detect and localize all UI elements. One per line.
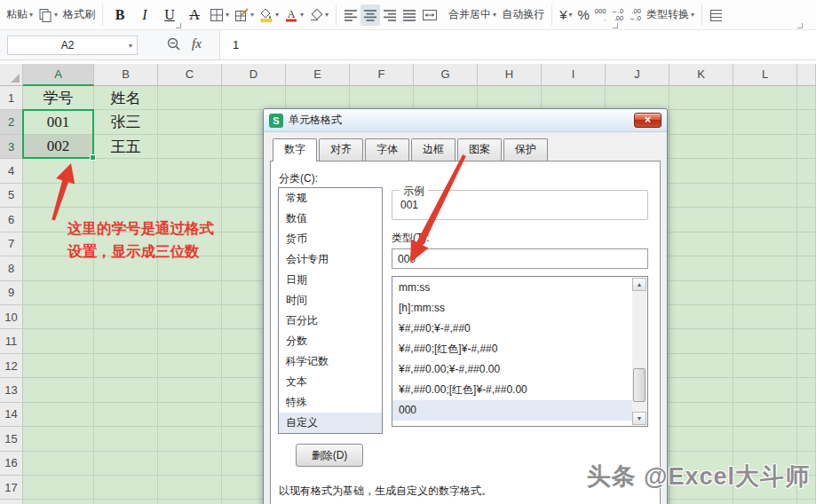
cell-C15[interactable] — [158, 427, 222, 451]
cell-partial[interactable] — [797, 159, 816, 183]
category-item-货币[interactable]: 货币 — [279, 229, 382, 249]
cell-B4[interactable] — [94, 159, 158, 183]
row-header-11[interactable]: 11 — [0, 329, 23, 353]
cell-B2[interactable]: 张三 — [94, 110, 158, 134]
cell-K4[interactable] — [669, 159, 733, 183]
cell-partial[interactable] — [797, 135, 816, 159]
cell-L11[interactable] — [733, 329, 797, 353]
group-dialog-launcher[interactable] — [613, 23, 618, 28]
font-color-button[interactable]: A ▾ — [281, 4, 306, 26]
cell-A12[interactable] — [23, 354, 94, 378]
cell-K1[interactable] — [669, 86, 733, 110]
cell-J1[interactable] — [606, 86, 669, 110]
cell-L5[interactable] — [733, 184, 797, 208]
cell-L10[interactable] — [733, 305, 797, 329]
scrollbar-thumb[interactable] — [633, 368, 646, 402]
column-header-H[interactable]: H — [478, 64, 542, 86]
thousands-separator-button[interactable]: 000, — [592, 4, 609, 26]
select-all-corner[interactable] — [0, 64, 23, 86]
column-header-J[interactable]: J — [606, 64, 669, 86]
tab-pattern[interactable]: 图案 — [457, 138, 502, 161]
row-header-1[interactable]: 1 — [0, 86, 23, 110]
formula-input[interactable]: 1 — [219, 30, 816, 59]
cell-K12[interactable] — [669, 354, 733, 378]
category-item-特殊[interactable]: 特殊 — [279, 392, 382, 413]
cell-partial[interactable] — [797, 256, 816, 280]
cell-A16[interactable] — [23, 452, 94, 476]
fill-handle[interactable] — [90, 154, 96, 161]
cell-D1[interactable] — [222, 86, 286, 110]
borders-button[interactable]: ▾ — [207, 4, 232, 26]
cell-partial[interactable] — [797, 184, 816, 208]
cell-K5[interactable] — [669, 184, 733, 208]
insert-function-icon[interactable]: fx — [192, 36, 202, 51]
format-painter-button[interactable]: 格式刷 — [60, 4, 98, 26]
cell-partial[interactable] — [797, 500, 816, 504]
tab-number[interactable]: 数字 — [273, 138, 317, 161]
cell-C9[interactable] — [158, 281, 222, 305]
cell-B18[interactable] — [94, 500, 158, 504]
delete-button[interactable]: 删除(D) — [296, 444, 363, 467]
column-header-partial[interactable] — [797, 64, 816, 86]
cell-K6[interactable] — [669, 208, 733, 232]
row-header-10[interactable]: 10 — [0, 305, 23, 329]
indent-button[interactable] — [419, 4, 440, 26]
category-item-百分比[interactable]: 百分比 — [279, 311, 382, 331]
cell-partial[interactable] — [797, 329, 816, 353]
align-right-button[interactable] — [380, 4, 400, 26]
cell-E1[interactable] — [286, 86, 350, 110]
cell-G1[interactable] — [414, 86, 478, 110]
cell-K2[interactable] — [669, 110, 733, 134]
cell-K13[interactable] — [669, 378, 733, 402]
cell-K9[interactable] — [669, 281, 733, 305]
percent-button[interactable]: % — [574, 4, 591, 26]
cell-B15[interactable] — [94, 427, 158, 451]
row-header-16[interactable]: 16 — [0, 452, 23, 476]
cell-L6[interactable] — [733, 208, 797, 232]
cell-C1[interactable] — [158, 86, 222, 110]
cell-L7[interactable] — [733, 232, 797, 256]
type-convert-button[interactable]: 类型转换 ▾ — [644, 4, 697, 26]
decrease-decimal-button[interactable]: .00→.0 — [626, 4, 644, 26]
cell-L9[interactable] — [733, 281, 797, 305]
partial-button[interactable] — [707, 4, 725, 26]
cell-A10[interactable] — [23, 305, 94, 329]
cell-L18[interactable] — [733, 500, 797, 504]
paste-button[interactable]: 粘贴 ▾ — [4, 4, 36, 26]
cell-L4[interactable] — [733, 159, 797, 183]
cell-B9[interactable] — [94, 281, 158, 305]
cell-L13[interactable] — [733, 378, 797, 402]
category-item-分数[interactable]: 分数 — [279, 331, 382, 351]
group-dialog-launcher[interactable] — [797, 23, 803, 28]
cell-partial[interactable] — [797, 86, 816, 110]
format-option[interactable]: 000 — [392, 400, 632, 421]
format-option[interactable]: mm:ss — [392, 278, 632, 298]
column-header-G[interactable]: G — [414, 64, 478, 86]
cell-K14[interactable] — [669, 403, 733, 427]
cell-C3[interactable] — [158, 135, 222, 159]
cell-partial[interactable] — [797, 305, 816, 329]
increase-decimal-button[interactable]: ←.0.00 — [608, 4, 626, 26]
copy-format-button[interactable]: ▾ — [36, 4, 60, 26]
cell-K18[interactable] — [669, 500, 733, 504]
scroll-down-icon[interactable]: ▼ — [632, 412, 646, 425]
tab-font[interactable]: 字体 — [365, 138, 409, 161]
wrap-text-button[interactable]: 自动换行 — [499, 4, 547, 26]
column-header-L[interactable]: L — [733, 64, 797, 86]
column-header-B[interactable]: B — [94, 64, 158, 86]
close-button[interactable]: × — [634, 113, 662, 128]
tab-protection[interactable]: 保护 — [503, 138, 548, 161]
cell-L8[interactable] — [733, 256, 797, 280]
column-header-F[interactable]: F — [350, 64, 414, 86]
format-option[interactable]: [h]:mm:ss — [392, 298, 632, 319]
cell-B12[interactable] — [94, 354, 158, 378]
column-header-C[interactable]: C — [158, 64, 222, 86]
cell-A1[interactable]: 学号 — [23, 86, 94, 110]
format-option[interactable]: ¥#,##0;[红色]¥-#,##0 — [392, 339, 632, 359]
cell-C13[interactable] — [158, 378, 222, 402]
cell-partial[interactable] — [797, 354, 816, 378]
category-item-常规[interactable]: 常规 — [279, 188, 382, 209]
cell-B17[interactable] — [94, 476, 158, 500]
row-header-18[interactable]: 18 — [0, 500, 23, 504]
zoom-formula-icon[interactable] — [167, 37, 181, 51]
